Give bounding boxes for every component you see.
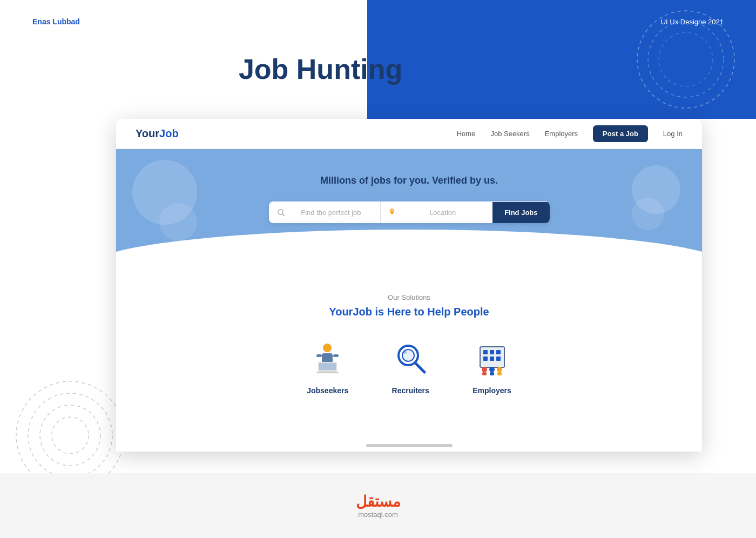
person-laptop-svg (310, 341, 345, 376)
hero-section: Millions of jobs for you. Verified by us… (116, 149, 702, 266)
solution-card-employers: Employers (473, 340, 511, 395)
search-icon (276, 208, 285, 217)
solution-card-jobseekers: Jobseekers (307, 340, 348, 395)
svg-point-20 (403, 351, 407, 354)
svg-line-8 (282, 214, 285, 216)
svg-rect-29 (482, 372, 487, 375)
hero-deco-circle-left2 (159, 203, 197, 241)
search-job-field[interactable]: Find the perfect job (269, 201, 381, 223)
find-jobs-button[interactable]: Find Jobs (492, 202, 549, 223)
logo-job: Job (159, 127, 179, 139)
hero-deco-circle-right2 (632, 198, 664, 230)
magnify-svg (393, 341, 428, 376)
jobseekers-label: Jobseekers (307, 386, 348, 395)
svg-rect-13 (319, 363, 336, 370)
post-job-button[interactable]: Post a Job (593, 125, 648, 142)
svg-rect-31 (490, 372, 494, 375)
logo-your: Your (136, 127, 159, 139)
svg-point-9 (392, 210, 393, 212)
nav-job-seekers[interactable]: Job Seekers (490, 130, 529, 138)
author-name: Enas Lubbad (32, 17, 80, 26)
solutions-section: Our Solutions YourJob is Here to Help Pe… (116, 266, 702, 416)
watermark-logo: مستقل (356, 493, 401, 510)
page-title: Job Hunting Website (0, 54, 756, 85)
page-title-part1: Job Hunting (239, 53, 402, 85)
solutions-title: YourJob is Here to Help People (138, 306, 680, 318)
search-bar: Find the perfect job Location Find Jobs (269, 201, 550, 223)
svg-point-10 (323, 344, 332, 352)
svg-line-19 (415, 363, 424, 372)
watermark-url: mostaql.com (358, 510, 398, 519)
card-scrollbar (366, 444, 453, 447)
nav-employers[interactable]: Employers (545, 130, 578, 138)
top-bar: Enas Lubbad UI Ux Designe 2021 (0, 0, 756, 43)
svg-point-30 (489, 367, 495, 372)
nav-logo: YourJob (136, 127, 179, 140)
jobseekers-icon (309, 340, 347, 378)
recruiters-icon (392, 340, 429, 378)
nav-links: Home Job Seekers Employers Post a Job Lo… (457, 125, 683, 142)
building-svg (475, 341, 510, 376)
svg-point-32 (497, 367, 502, 372)
watermark: مستقل mostaql.com (0, 473, 756, 538)
search-location-field[interactable]: Location (381, 201, 492, 223)
svg-rect-16 (333, 354, 339, 357)
svg-rect-33 (497, 372, 502, 375)
login-link[interactable]: Log In (663, 130, 683, 138)
employers-label: Employers (473, 386, 511, 395)
svg-point-5 (40, 405, 100, 466)
svg-rect-22 (483, 350, 488, 354)
recruiters-label: Recruiters (392, 386, 429, 395)
svg-rect-27 (496, 357, 501, 361)
svg-rect-25 (483, 357, 488, 361)
svg-point-28 (482, 367, 487, 372)
main-card: YourJob Home Job Seekers Employers Post … (116, 119, 702, 452)
svg-point-4 (28, 393, 112, 478)
employers-icon (473, 340, 511, 378)
solutions-cards: Jobseekers Recruiters (138, 340, 680, 395)
svg-rect-14 (316, 372, 339, 373)
svg-rect-15 (316, 354, 322, 357)
search-placeholder: Find the perfect job (289, 209, 373, 217)
watermark-logo-text: مستقل (356, 493, 401, 510)
navbar: YourJob Home Job Seekers Employers Post … (116, 119, 702, 149)
location-icon (388, 208, 396, 217)
hero-headline: Millions of jobs for you. Verified by us… (138, 175, 680, 186)
design-credit: UI Ux Designe 2021 (661, 18, 724, 26)
svg-rect-24 (496, 350, 501, 354)
svg-point-6 (52, 417, 89, 454)
svg-rect-11 (322, 353, 333, 363)
svg-rect-26 (490, 357, 494, 361)
solutions-label: Our Solutions (138, 293, 680, 301)
page-title-part2: Website (410, 53, 517, 85)
solution-card-recruiters: Recruiters (392, 340, 429, 395)
svg-rect-23 (490, 350, 494, 354)
nav-home[interactable]: Home (457, 130, 476, 138)
location-placeholder: Location (400, 209, 485, 217)
